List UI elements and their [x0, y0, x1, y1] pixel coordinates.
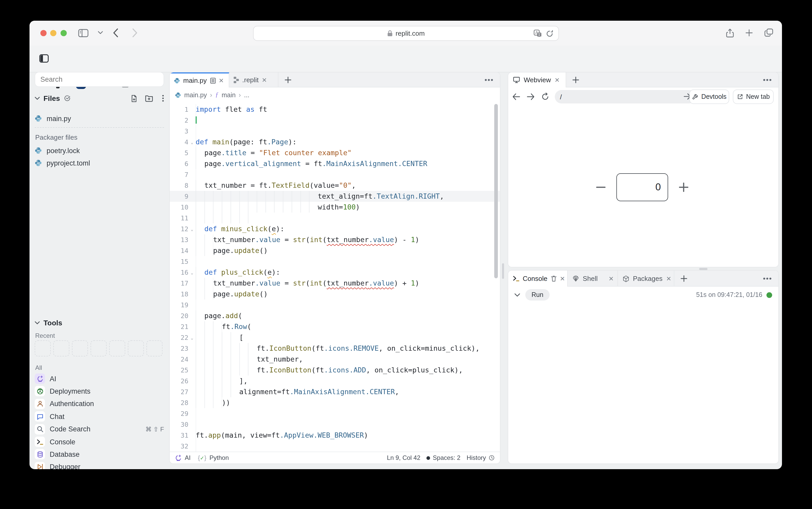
- status-language[interactable]: Python: [209, 454, 229, 462]
- status-spaces[interactable]: Spaces: 2: [433, 454, 461, 462]
- browser-url-text: replit.com: [396, 30, 425, 37]
- file-item[interactable]: poetry.lock: [35, 144, 164, 157]
- recent-slot[interactable]: [128, 340, 144, 357]
- tab-replit[interactable]: .replit ✕: [229, 72, 279, 88]
- fold-marker[interactable]: ⌄: [188, 267, 196, 278]
- panel-toggle-icon[interactable]: [39, 54, 48, 63]
- tab-webview[interactable]: Webview ✕: [508, 72, 566, 88]
- webview-toolbar: / Devtools New tab: [508, 88, 778, 107]
- sidebar-item-code-search[interactable]: Code Search⌘ ⇧ F: [35, 423, 164, 435]
- recent-slot[interactable]: [35, 340, 51, 357]
- reload-icon[interactable]: [546, 30, 553, 37]
- sidebar-item-auth[interactable]: Authentication: [35, 398, 164, 410]
- search-input[interactable]: [35, 72, 164, 87]
- translate-icon[interactable]: A文: [533, 30, 542, 37]
- run-badge[interactable]: Run: [525, 289, 550, 301]
- close-window-button[interactable]: [40, 30, 46, 36]
- editor-scrollbar[interactable]: [494, 104, 498, 278]
- fold-marker[interactable]: ⌄: [188, 332, 196, 343]
- fold-marker[interactable]: ⌄: [188, 137, 196, 147]
- new-tab-icon[interactable]: [573, 76, 579, 83]
- tab-overview-icon[interactable]: [765, 29, 773, 37]
- sidebar-item-debugger[interactable]: Debugger: [35, 462, 164, 469]
- minimize-window-button[interactable]: [50, 30, 56, 36]
- more-options-icon[interactable]: •••: [763, 274, 772, 282]
- breadcrumb[interactable]: main.py › ƒ main › ...: [170, 88, 500, 103]
- code-line: 29: [170, 408, 500, 419]
- code-line: 13txt_number.value = str(int(txt_number.…: [170, 234, 500, 245]
- more-options-icon[interactable]: •••: [485, 75, 494, 84]
- webview-content: 0: [508, 107, 778, 267]
- fold-marker[interactable]: ⌄: [188, 224, 196, 234]
- chevron-down-icon[interactable]: [98, 31, 103, 35]
- chevron-down-icon[interactable]: [35, 97, 40, 100]
- status-history[interactable]: History: [466, 454, 486, 462]
- browser-url-bar[interactable]: replit.com A文: [253, 26, 559, 41]
- recent-slot[interactable]: [72, 340, 88, 357]
- new-tab-icon[interactable]: [745, 29, 753, 37]
- code-area[interactable]: 1import flet as ft234⌄def main(page: ft.…: [170, 102, 500, 452]
- tab-console[interactable]: Console ✕: [508, 271, 568, 286]
- sidebar-item-database[interactable]: Database: [35, 449, 164, 460]
- tools-header: Tools: [35, 317, 164, 329]
- history-clock-icon[interactable]: [489, 455, 495, 461]
- recent-slot[interactable]: [91, 340, 107, 357]
- share-icon[interactable]: [726, 29, 734, 38]
- deploy-globe-icon: [35, 386, 45, 397]
- trash-icon[interactable]: [550, 275, 557, 282]
- file-layout-icon[interactable]: [210, 77, 216, 83]
- recent-slot[interactable]: [147, 340, 163, 357]
- sidebar-item-chat[interactable]: Chat: [35, 411, 164, 422]
- plus-button[interactable]: [679, 182, 688, 192]
- new-folder-icon[interactable]: [145, 95, 153, 102]
- close-tab-icon[interactable]: ✕: [609, 275, 614, 282]
- more-options-icon[interactable]: •••: [763, 75, 772, 84]
- devtools-button[interactable]: Devtools: [689, 90, 729, 104]
- close-tab-icon[interactable]: ✕: [555, 77, 560, 83]
- close-tab-icon[interactable]: ✕: [262, 77, 267, 83]
- recent-slot[interactable]: [53, 340, 69, 357]
- close-tab-icon[interactable]: ✕: [219, 77, 224, 83]
- forward-icon[interactable]: [527, 93, 534, 100]
- console-output[interactable]: [508, 303, 778, 464]
- counter-textfield[interactable]: 0: [616, 173, 668, 201]
- status-ai-label[interactable]: AI: [185, 454, 191, 462]
- forward-icon[interactable]: [132, 28, 138, 38]
- close-tab-icon[interactable]: ✕: [560, 275, 565, 282]
- sidebar-item-ai[interactable]: AI: [35, 373, 164, 384]
- tab-label: Packages: [633, 275, 662, 282]
- code-line: 12⌄def minus_click(e):: [170, 224, 500, 234]
- code-line: 23ft.IconButton(ft.icons.REMOVE, on_clic…: [170, 343, 500, 354]
- file-item[interactable]: main.py: [35, 112, 164, 125]
- tab-shell[interactable]: Shell ✕: [568, 271, 618, 286]
- recent-slot[interactable]: [109, 340, 125, 357]
- file-item[interactable]: pyproject.toml: [35, 157, 164, 169]
- back-icon[interactable]: [113, 28, 119, 38]
- new-tab-icon[interactable]: [285, 76, 291, 83]
- vertical-splitter-handle[interactable]: [502, 263, 504, 279]
- webview-url-bar[interactable]: /: [555, 90, 695, 103]
- webview-new-tab-button[interactable]: New tab: [733, 90, 774, 104]
- sidebar-item-console[interactable]: Console: [35, 436, 164, 447]
- tab-main-py[interactable]: main.py ✕: [170, 72, 229, 88]
- person-icon: [35, 399, 45, 409]
- horizontal-splitter-handle[interactable]: [699, 268, 708, 270]
- tab-packages[interactable]: Packages ✕: [618, 271, 674, 286]
- back-icon[interactable]: [512, 93, 520, 100]
- kebab-menu-icon[interactable]: [162, 95, 164, 102]
- browser-sidebar-icon[interactable]: [78, 29, 89, 37]
- code-line: 18page.update(): [170, 289, 500, 300]
- ai-icon[interactable]: [175, 454, 182, 461]
- chevron-down-icon[interactable]: [35, 321, 40, 325]
- chevron-down-icon[interactable]: [514, 293, 520, 297]
- new-tab-icon[interactable]: [681, 275, 687, 282]
- maximize-window-button[interactable]: [61, 30, 67, 36]
- close-tab-icon[interactable]: ✕: [666, 275, 671, 282]
- new-file-icon[interactable]: [130, 94, 138, 102]
- fold-marker: [188, 245, 196, 256]
- minus-button[interactable]: [596, 186, 606, 188]
- fold-marker: [188, 354, 196, 365]
- sidebar-item-deployments[interactable]: Deployments: [35, 386, 164, 397]
- cursor-position[interactable]: Ln 9, Col 42: [387, 454, 420, 462]
- reload-icon[interactable]: [541, 93, 549, 101]
